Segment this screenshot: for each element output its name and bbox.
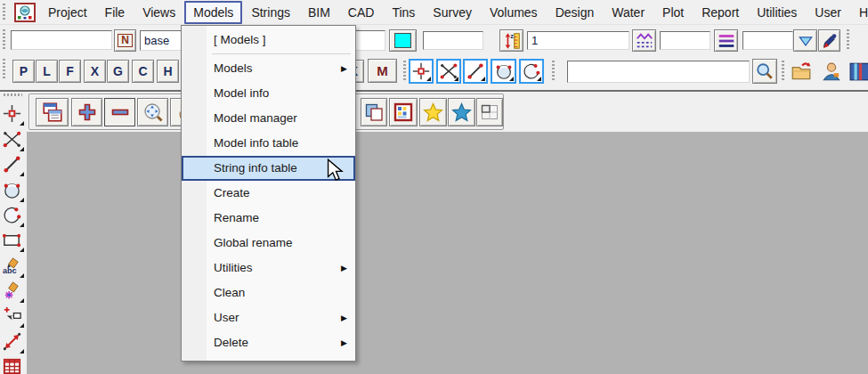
menubar-grip[interactable] bbox=[3, 4, 5, 21]
cad-point-tool[interactable] bbox=[2, 103, 25, 126]
cad-text-tool[interactable]: abc bbox=[2, 256, 25, 279]
intersection-snap-button[interactable] bbox=[436, 59, 461, 84]
menu-item-rename[interactable]: Rename bbox=[182, 206, 355, 231]
menu-user[interactable]: User bbox=[806, 1, 850, 24]
height-z-button[interactable]: z bbox=[499, 29, 523, 52]
menu-file[interactable]: File bbox=[96, 1, 134, 24]
zoom-extents-icon bbox=[142, 102, 164, 123]
menu-help[interactable]: Help bbox=[850, 1, 868, 24]
snap-letter-m[interactable]: M bbox=[368, 59, 397, 83]
plus-icon bbox=[77, 102, 98, 123]
library-button[interactable] bbox=[848, 59, 868, 84]
cad-rectangle-tool[interactable] bbox=[2, 230, 25, 253]
menu-design[interactable]: Design bbox=[547, 1, 604, 24]
cad-circle-tool[interactable] bbox=[2, 180, 25, 203]
search-grip[interactable] bbox=[552, 61, 555, 82]
menu-water[interactable]: Water bbox=[603, 1, 653, 24]
cad-measure-tool[interactable] bbox=[2, 331, 25, 354]
menu-item-models[interactable]: Models ▶ bbox=[182, 56, 355, 81]
search-input[interactable] bbox=[567, 61, 750, 83]
cad-arc-tool[interactable] bbox=[2, 205, 25, 228]
favourite-yellow-button[interactable] bbox=[419, 98, 447, 126]
copy-view-button[interactable] bbox=[361, 98, 387, 126]
name-input[interactable] bbox=[11, 30, 112, 50]
menu-item-utilities[interactable]: Utilities ▶ bbox=[182, 256, 355, 280]
model-manager-button[interactable] bbox=[389, 98, 418, 126]
intersection-snap-icon bbox=[439, 61, 458, 81]
dropdown-title: [ Models ] bbox=[182, 28, 355, 51]
snap-letter-x[interactable]: X bbox=[84, 60, 106, 83]
menu-bim[interactable]: BIM bbox=[299, 1, 339, 24]
zoom-extents-button[interactable] bbox=[137, 98, 168, 126]
menu-volumes[interactable]: Volumes bbox=[481, 1, 547, 24]
dropdown-button[interactable] bbox=[793, 29, 817, 52]
snap-letter-f[interactable]: F bbox=[59, 60, 81, 83]
name-box-button[interactable]: N bbox=[114, 29, 136, 52]
copy-pages-icon bbox=[363, 102, 385, 123]
linestyle-button[interactable] bbox=[714, 29, 738, 52]
menu-plot[interactable]: Plot bbox=[653, 1, 693, 24]
cad-toolbar-grip[interactable] bbox=[4, 94, 22, 96]
eyedropper-button[interactable] bbox=[818, 29, 840, 52]
menu-item-delete[interactable]: Delete ▶ bbox=[182, 330, 355, 355]
menu-tins[interactable]: Tins bbox=[383, 1, 424, 24]
cad-line-tool[interactable] bbox=[2, 154, 25, 177]
canvas[interactable] bbox=[27, 132, 868, 374]
new-view-button[interactable] bbox=[36, 98, 69, 126]
cad-grid-tool[interactable] bbox=[2, 356, 25, 374]
menu-cad[interactable]: CAD bbox=[339, 1, 384, 24]
colour-swatch-button[interactable] bbox=[389, 29, 417, 52]
menu-item-user[interactable]: User ▶ bbox=[182, 305, 355, 330]
menu-item-model-info[interactable]: Model info bbox=[182, 81, 355, 106]
mouse-cursor bbox=[326, 159, 344, 182]
cad-insert-tool[interactable] bbox=[2, 305, 25, 329]
toolbar2-end-grip[interactable] bbox=[847, 29, 849, 49]
menu-item-model-manager[interactable]: Model manager bbox=[182, 106, 355, 131]
point-icon bbox=[2, 103, 22, 124]
menu-strings[interactable]: Strings bbox=[242, 1, 299, 24]
arc-snap-button[interactable] bbox=[519, 59, 544, 84]
colour-input[interactable] bbox=[423, 31, 483, 50]
menu-models[interactable]: Models bbox=[184, 1, 242, 24]
toolbar3-grip[interactable] bbox=[3, 59, 5, 80]
add-view-button[interactable] bbox=[71, 98, 102, 126]
linetype-input[interactable] bbox=[660, 31, 710, 50]
z-ruler-icon: z bbox=[502, 31, 522, 51]
line-snap-button[interactable] bbox=[463, 59, 488, 84]
user-tools-button[interactable] bbox=[819, 59, 844, 84]
tools-grip[interactable] bbox=[782, 61, 784, 82]
cad-symbol-tool[interactable] bbox=[2, 280, 25, 304]
open-project-button[interactable] bbox=[789, 59, 814, 84]
menu-views[interactable]: Views bbox=[134, 1, 184, 24]
menu-item-global-rename[interactable]: Global rename bbox=[182, 231, 355, 256]
menu-utilities[interactable]: Utilities bbox=[748, 1, 806, 24]
remove-view-button[interactable] bbox=[104, 98, 135, 126]
snap-letter-l[interactable]: L bbox=[36, 60, 58, 83]
snap-letter-h[interactable]: H bbox=[157, 60, 179, 83]
intersection-icon bbox=[2, 129, 22, 150]
window-layout-button[interactable] bbox=[476, 98, 503, 126]
menu-item-clean[interactable]: Clean bbox=[182, 280, 355, 305]
menu-item-model-info-table[interactable]: Model info table bbox=[182, 131, 355, 156]
toolbar2-grip[interactable] bbox=[3, 29, 5, 49]
height-input[interactable] bbox=[527, 31, 629, 50]
menu-survey[interactable]: Survey bbox=[424, 1, 481, 24]
cad-intersection-tool[interactable] bbox=[2, 129, 25, 152]
menu-project[interactable]: Project bbox=[39, 1, 96, 24]
menu-report[interactable]: Report bbox=[693, 1, 748, 24]
snap-letter-c[interactable]: C bbox=[132, 60, 154, 83]
circle-snap-button[interactable] bbox=[491, 59, 516, 84]
style-input[interactable] bbox=[742, 31, 793, 50]
colour-swatch bbox=[394, 33, 411, 48]
snap-letter-g[interactable]: G bbox=[107, 60, 129, 83]
menu-item-create[interactable]: Create bbox=[182, 181, 355, 206]
favourite-blue-button[interactable] bbox=[448, 98, 475, 126]
linetype-button[interactable] bbox=[632, 29, 656, 52]
snapicons-grip[interactable] bbox=[403, 61, 406, 82]
star-blue-icon bbox=[450, 102, 473, 124]
model-grid-icon bbox=[393, 102, 414, 123]
search-button[interactable] bbox=[752, 59, 777, 84]
point-snap-button[interactable] bbox=[409, 59, 434, 84]
snap-letter-p[interactable]: P bbox=[12, 60, 35, 83]
line-icon bbox=[2, 154, 22, 175]
